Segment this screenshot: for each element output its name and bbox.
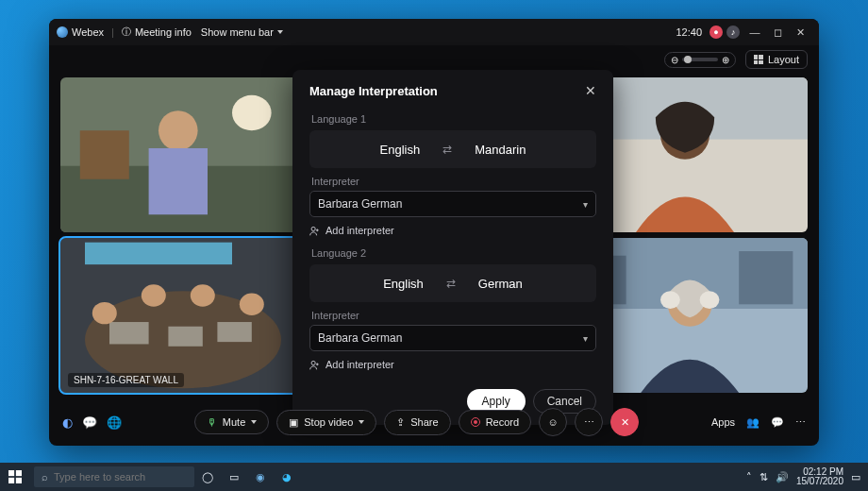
svg-rect-33: [16, 478, 22, 483]
language-2-label: Language 2: [311, 247, 596, 259]
video-tile-active[interactable]: SHN-7-16-GREAT WALL: [60, 238, 306, 393]
mic-icon: 🎙: [207, 416, 217, 428]
svg-point-18: [191, 284, 215, 306]
meeting-info-link[interactable]: ⓘ Meeting info: [122, 25, 192, 39]
volume-icon[interactable]: 🔊: [776, 471, 789, 483]
interpreter-2-value: Barbara German: [318, 331, 402, 345]
add-interpreter-label: Add interpreter: [326, 359, 394, 370]
svg-rect-11: [85, 243, 232, 264]
add-interpreter-2-button[interactable]: Add interpreter: [309, 359, 596, 370]
chat-bubble-icon[interactable]: 💬: [82, 415, 97, 430]
language-1-label: Language 1: [311, 113, 596, 125]
meeting-controls: ◐ 💬 🌐 🎙 Mute ▣ Stop video ⇪ Share Record: [49, 398, 819, 446]
edge-taskbar-icon[interactable]: ◕: [274, 463, 300, 491]
audio-indicator-icon[interactable]: ♪: [726, 25, 740, 39]
language-pair-2: English ⇄ German: [309, 264, 596, 302]
svg-rect-31: [16, 470, 22, 476]
svg-point-2: [232, 95, 272, 130]
network-icon[interactable]: ⇅: [760, 471, 768, 483]
zoom-slider[interactable]: [682, 58, 718, 61]
record-label: Record: [486, 416, 519, 428]
lang2-source: English: [383, 277, 424, 291]
titlebar: Webex | ⓘ Meeting info Show menu bar 12:…: [49, 19, 819, 45]
brand-label: Webex: [72, 26, 104, 38]
minimize-button[interactable]: ―: [743, 23, 766, 42]
interpreter-2-label: Interpreter: [311, 310, 596, 321]
layout-button[interactable]: Layout: [745, 50, 808, 69]
svg-point-19: [240, 294, 264, 315]
lang1-target: Mandarin: [475, 143, 526, 157]
start-button[interactable]: [0, 463, 30, 491]
chevron-down-icon[interactable]: [251, 420, 257, 424]
globe-icon[interactable]: 🌐: [107, 415, 122, 430]
swap-icon[interactable]: ⇄: [446, 277, 456, 290]
modal-title: Manage Interpretation: [309, 84, 438, 98]
show-menu-label: Show menu bar: [201, 26, 274, 38]
svg-point-29: [311, 361, 315, 364]
share-button[interactable]: ⇪ Share: [384, 410, 450, 435]
end-call-button[interactable]: ✕: [610, 408, 639, 436]
more-options-button[interactable]: ⋯: [575, 408, 603, 436]
stop-video-label: Stop video: [304, 416, 353, 428]
lang1-source: English: [380, 143, 421, 157]
add-interpreter-1-button[interactable]: Add interpreter: [309, 225, 596, 236]
manage-interpretation-modal: Manage Interpretation ✕ Language 1 Engli…: [292, 70, 613, 425]
zoom-out-icon[interactable]: ⊖: [671, 55, 678, 65]
swap-icon[interactable]: ⇄: [442, 143, 452, 156]
show-menu-bar-button[interactable]: Show menu bar: [201, 26, 283, 38]
camera-icon: ▣: [289, 416, 298, 429]
svg-rect-13: [109, 322, 149, 344]
reactions-button[interactable]: ☺: [539, 408, 567, 436]
person-add-icon: [309, 226, 320, 236]
interpreter-1-select[interactable]: Barbara German ▾: [309, 191, 596, 217]
recording-indicator-icon[interactable]: ●: [709, 25, 723, 39]
taskbar-search[interactable]: ⌕: [34, 466, 194, 487]
tile-label: SHN-7-16-GREAT WALL: [68, 373, 184, 387]
chevron-down-icon: ▾: [583, 333, 588, 344]
close-icon[interactable]: ✕: [585, 83, 596, 98]
mute-button[interactable]: 🎙 Mute: [194, 410, 269, 434]
zoom-in-icon[interactable]: ⊕: [722, 55, 729, 65]
chevron-down-icon: ▾: [583, 199, 588, 210]
apps-button[interactable]: Apps: [711, 416, 735, 428]
svg-point-26: [660, 291, 680, 309]
interpreter-2-select[interactable]: Barbara German ▾: [309, 325, 596, 351]
zoom-control[interactable]: ⊖ ⊕: [664, 52, 736, 68]
participants-icon[interactable]: 👥: [746, 416, 760, 429]
svg-rect-5: [149, 148, 208, 214]
svg-rect-30: [8, 470, 14, 476]
webex-logo-icon: [57, 26, 68, 38]
task-view-icon[interactable]: ▭: [221, 463, 247, 491]
search-input[interactable]: [54, 471, 187, 483]
webex-window: Webex | ⓘ Meeting info Show menu bar 12:…: [49, 19, 819, 446]
person-add-icon: [309, 360, 320, 370]
svg-point-16: [92, 302, 117, 324]
svg-rect-32: [8, 478, 14, 483]
panel-options-icon[interactable]: ⋯: [795, 416, 806, 429]
share-icon: ⇪: [396, 416, 405, 429]
close-icon: ✕: [621, 416, 629, 429]
close-window-button[interactable]: ✕: [789, 23, 811, 42]
record-button[interactable]: Record: [459, 410, 531, 434]
tray-chevron-icon[interactable]: ˄: [746, 471, 752, 483]
interpreter-1-value: Barbara German: [318, 197, 402, 211]
notifications-icon[interactable]: ▭: [851, 471, 860, 483]
svg-point-4: [159, 110, 198, 150]
svg-rect-14: [168, 327, 202, 347]
chat-icon[interactable]: 💬: [771, 416, 784, 429]
cortana-icon[interactable]: ◯: [194, 463, 221, 491]
chevron-down-icon[interactable]: [359, 420, 364, 424]
video-tile[interactable]: [60, 77, 306, 232]
windows-taskbar: ⌕ ◯ ▭ ◉ ◕ ˄ ⇅ 🔊 02:12 PM 15/07/2020 ▭: [0, 463, 868, 491]
taskbar-clock[interactable]: 02:12 PM 15/07/2020: [796, 467, 843, 487]
windows-logo-icon: [8, 470, 22, 483]
svg-point-27: [700, 291, 720, 309]
stop-video-button[interactable]: ▣ Stop video: [276, 410, 376, 435]
taskbar-date: 15/07/2020: [796, 477, 843, 487]
svg-point-28: [311, 227, 315, 230]
maximize-button[interactable]: ◻: [766, 23, 789, 42]
assistant-icon[interactable]: ◐: [62, 415, 73, 430]
svg-rect-24: [739, 251, 793, 304]
webex-taskbar-icon[interactable]: ◉: [247, 463, 274, 491]
layout-label: Layout: [768, 54, 799, 65]
